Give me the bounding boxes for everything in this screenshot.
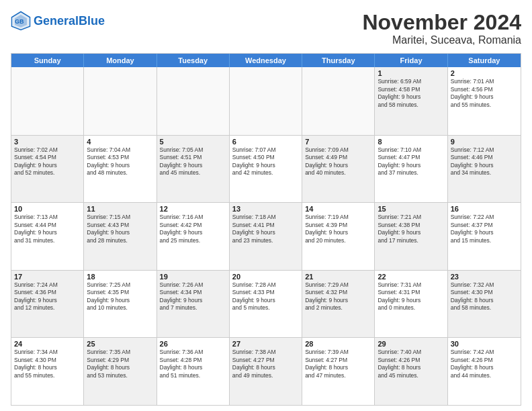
- calendar-body: 1Sunrise: 6:59 AM Sunset: 4:58 PM Daylig…: [11, 67, 521, 405]
- day-number: 29: [378, 340, 444, 348]
- cell-info: Sunrise: 7:24 AM Sunset: 4:36 PM Dayligh…: [14, 281, 81, 312]
- page-subtitle: Maritei, Suceava, Romania: [362, 34, 521, 46]
- cell-info: Sunrise: 7:40 AM Sunset: 4:26 PM Dayligh…: [378, 349, 444, 379]
- cell-info: Sunrise: 7:26 AM Sunset: 4:34 PM Dayligh…: [160, 281, 226, 312]
- cell-info: Sunrise: 7:32 AM Sunset: 4:30 PM Dayligh…: [451, 281, 518, 312]
- calendar-cell-day-19: 19Sunrise: 7:26 AM Sunset: 4:34 PM Dayli…: [157, 271, 230, 338]
- day-number: 21: [305, 273, 371, 281]
- cell-info: Sunrise: 7:15 AM Sunset: 4:43 PM Dayligh…: [87, 214, 153, 244]
- cell-info: Sunrise: 7:36 AM Sunset: 4:28 PM Dayligh…: [160, 349, 226, 379]
- day-number: 26: [160, 340, 226, 348]
- calendar-cell-empty: [11, 67, 84, 135]
- cell-info: Sunrise: 7:39 AM Sunset: 4:27 PM Dayligh…: [305, 349, 371, 379]
- day-number: 12: [160, 205, 226, 213]
- day-number: 2: [451, 69, 518, 77]
- day-number: 14: [305, 205, 371, 213]
- calendar-cell-empty: [230, 67, 302, 135]
- calendar-cell-day-6: 6Sunrise: 7:07 AM Sunset: 4:50 PM Daylig…: [230, 136, 302, 203]
- header-day-tuesday: Tuesday: [157, 54, 230, 67]
- calendar: SundayMondayTuesdayWednesdayThursdayFrid…: [11, 53, 521, 406]
- cell-info: Sunrise: 7:02 AM Sunset: 4:54 PM Dayligh…: [14, 146, 81, 177]
- calendar-row-3: 10Sunrise: 7:13 AM Sunset: 4:44 PM Dayli…: [11, 202, 521, 270]
- calendar-row-2: 3Sunrise: 7:02 AM Sunset: 4:54 PM Daylig…: [11, 135, 521, 203]
- day-number: 11: [87, 205, 153, 213]
- cell-info: Sunrise: 7:35 AM Sunset: 4:29 PM Dayligh…: [87, 349, 153, 379]
- calendar-cell-day-16: 16Sunrise: 7:22 AM Sunset: 4:37 PM Dayli…: [448, 203, 521, 270]
- day-number: 30: [451, 340, 518, 348]
- page: GB GeneralBlue November 2024 Maritei, Su…: [0, 0, 532, 411]
- day-number: 18: [87, 273, 153, 281]
- calendar-cell-day-3: 3Sunrise: 7:02 AM Sunset: 4:54 PM Daylig…: [11, 136, 84, 203]
- day-number: 22: [378, 273, 444, 281]
- day-number: 5: [160, 138, 226, 146]
- day-number: 28: [305, 340, 371, 348]
- logo-blue: Blue: [79, 14, 105, 28]
- day-number: 25: [87, 340, 153, 348]
- day-number: 16: [451, 205, 518, 213]
- svg-text:GB: GB: [15, 18, 24, 25]
- day-number: 1: [378, 69, 444, 77]
- cell-info: Sunrise: 7:01 AM Sunset: 4:56 PM Dayligh…: [451, 78, 518, 109]
- calendar-cell-day-21: 21Sunrise: 7:29 AM Sunset: 4:32 PM Dayli…: [302, 271, 375, 338]
- calendar-cell-day-17: 17Sunrise: 7:24 AM Sunset: 4:36 PM Dayli…: [11, 271, 84, 338]
- calendar-cell-day-18: 18Sunrise: 7:25 AM Sunset: 4:35 PM Dayli…: [84, 271, 157, 338]
- logo: GB GeneralBlue: [11, 11, 105, 31]
- calendar-cell-day-10: 10Sunrise: 7:13 AM Sunset: 4:44 PM Dayli…: [11, 203, 84, 270]
- day-number: 4: [87, 138, 153, 146]
- calendar-cell-day-27: 27Sunrise: 7:38 AM Sunset: 4:27 PM Dayli…: [230, 338, 302, 405]
- day-number: 19: [160, 273, 226, 281]
- calendar-cell-empty: [84, 67, 157, 135]
- logo-text: GeneralBlue: [34, 15, 105, 27]
- day-number: 27: [232, 340, 299, 348]
- cell-info: Sunrise: 7:42 AM Sunset: 4:26 PM Dayligh…: [451, 349, 518, 379]
- cell-info: Sunrise: 7:34 AM Sunset: 4:30 PM Dayligh…: [14, 349, 81, 379]
- calendar-cell-day-24: 24Sunrise: 7:34 AM Sunset: 4:30 PM Dayli…: [11, 338, 84, 405]
- day-number: 10: [14, 205, 81, 213]
- calendar-cell-day-5: 5Sunrise: 7:05 AM Sunset: 4:51 PM Daylig…: [157, 136, 230, 203]
- header-day-saturday: Saturday: [448, 54, 521, 67]
- calendar-cell-day-23: 23Sunrise: 7:32 AM Sunset: 4:30 PM Dayli…: [448, 271, 521, 338]
- title-block: November 2024 Maritei, Suceava, Romania: [362, 11, 521, 46]
- cell-info: Sunrise: 7:05 AM Sunset: 4:51 PM Dayligh…: [160, 146, 226, 177]
- calendar-cell-day-12: 12Sunrise: 7:16 AM Sunset: 4:42 PM Dayli…: [157, 203, 230, 270]
- calendar-cell-day-28: 28Sunrise: 7:39 AM Sunset: 4:27 PM Dayli…: [302, 338, 375, 405]
- calendar-cell-day-11: 11Sunrise: 7:15 AM Sunset: 4:43 PM Dayli…: [84, 203, 157, 270]
- day-number: 13: [232, 205, 299, 213]
- cell-info: Sunrise: 7:09 AM Sunset: 4:49 PM Dayligh…: [305, 146, 371, 177]
- day-number: 15: [378, 205, 444, 213]
- day-number: 3: [14, 138, 81, 146]
- cell-info: Sunrise: 7:13 AM Sunset: 4:44 PM Dayligh…: [14, 214, 81, 244]
- day-number: 9: [451, 138, 518, 146]
- cell-info: Sunrise: 7:29 AM Sunset: 4:32 PM Dayligh…: [305, 281, 371, 312]
- header: GB GeneralBlue November 2024 Maritei, Su…: [11, 11, 521, 46]
- day-number: 7: [305, 138, 371, 146]
- cell-info: Sunrise: 7:18 AM Sunset: 4:41 PM Dayligh…: [232, 214, 299, 244]
- day-number: 20: [232, 273, 299, 281]
- calendar-cell-day-8: 8Sunrise: 7:10 AM Sunset: 4:47 PM Daylig…: [375, 136, 447, 203]
- cell-info: Sunrise: 7:31 AM Sunset: 4:31 PM Dayligh…: [378, 281, 444, 312]
- day-number: 6: [232, 138, 299, 146]
- calendar-cell-day-2: 2Sunrise: 7:01 AM Sunset: 4:56 PM Daylig…: [448, 67, 521, 135]
- logo-general: General: [34, 14, 79, 28]
- cell-info: Sunrise: 7:22 AM Sunset: 4:37 PM Dayligh…: [451, 214, 518, 244]
- calendar-row-4: 17Sunrise: 7:24 AM Sunset: 4:36 PM Dayli…: [11, 270, 521, 338]
- calendar-cell-day-26: 26Sunrise: 7:36 AM Sunset: 4:28 PM Dayli…: [157, 338, 230, 405]
- cell-info: Sunrise: 7:16 AM Sunset: 4:42 PM Dayligh…: [160, 214, 226, 244]
- cell-info: Sunrise: 7:10 AM Sunset: 4:47 PM Dayligh…: [378, 146, 444, 177]
- calendar-row-1: 1Sunrise: 6:59 AM Sunset: 4:58 PM Daylig…: [11, 67, 521, 135]
- cell-info: Sunrise: 7:12 AM Sunset: 4:46 PM Dayligh…: [451, 146, 518, 177]
- header-day-wednesday: Wednesday: [230, 54, 302, 67]
- calendar-cell-day-30: 30Sunrise: 7:42 AM Sunset: 4:26 PM Dayli…: [448, 338, 521, 405]
- calendar-row-5: 24Sunrise: 7:34 AM Sunset: 4:30 PM Dayli…: [11, 337, 521, 405]
- header-day-monday: Monday: [84, 54, 157, 67]
- day-number: 17: [14, 273, 81, 281]
- calendar-cell-day-29: 29Sunrise: 7:40 AM Sunset: 4:26 PM Dayli…: [375, 338, 447, 405]
- calendar-cell-day-7: 7Sunrise: 7:09 AM Sunset: 4:49 PM Daylig…: [302, 136, 375, 203]
- cell-info: Sunrise: 6:59 AM Sunset: 4:58 PM Dayligh…: [378, 78, 444, 109]
- header-day-friday: Friday: [375, 54, 447, 67]
- day-number: 23: [451, 273, 518, 281]
- cell-info: Sunrise: 7:04 AM Sunset: 4:53 PM Dayligh…: [87, 146, 153, 177]
- calendar-cell-empty: [302, 67, 375, 135]
- calendar-cell-day-1: 1Sunrise: 6:59 AM Sunset: 4:58 PM Daylig…: [375, 67, 447, 135]
- cell-info: Sunrise: 7:25 AM Sunset: 4:35 PM Dayligh…: [87, 281, 153, 312]
